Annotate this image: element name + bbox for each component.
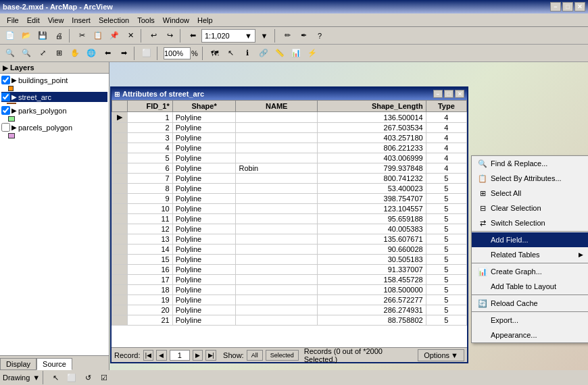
back-nav-btn[interactable]: ⬅ — [100, 47, 115, 60]
ctx-add-table-layout[interactable]: Add Table to Layout — [472, 279, 588, 294]
measure-btn[interactable]: 📏 — [272, 47, 287, 60]
attr-table-container[interactable]: FID_1* Shape* NAME Shape_Length Type ▶ 1… — [112, 100, 467, 347]
layer-item-parcels[interactable]: ▶ parcels_polygon — [1, 122, 107, 132]
menu-edit[interactable]: Edit — [23, 16, 44, 25]
tab-source[interactable]: Source — [36, 358, 72, 370]
row-selector-14[interactable] — [112, 255, 128, 265]
col-header-fid[interactable]: FID_1* — [127, 101, 172, 112]
open-btn[interactable]: 📂 — [19, 29, 34, 43]
ctx-select-all[interactable]: ⊞ Select All — [472, 186, 588, 201]
new-btn[interactable]: 📄 — [3, 29, 18, 43]
zoom-out-btn[interactable]: 🔍 — [19, 47, 34, 60]
nav-next-btn[interactable]: ▶ — [193, 350, 203, 361]
row-selector-2[interactable] — [112, 133, 128, 143]
fwd-nav-btn[interactable]: ➡ — [116, 47, 131, 60]
row-selector-17[interactable] — [112, 285, 128, 295]
zoom-select-btn[interactable]: ⊞ — [51, 47, 66, 60]
sketch-btn[interactable]: ✒ — [296, 29, 311, 43]
menu-help[interactable]: Help — [193, 16, 217, 25]
options-btn[interactable]: Options ▼ — [418, 349, 464, 361]
close-btn[interactable]: ✕ — [574, 2, 585, 11]
menu-insert[interactable]: Insert — [68, 16, 95, 25]
row-selector-20[interactable] — [112, 315, 128, 326]
editor-btn[interactable]: ✏ — [280, 29, 295, 43]
row-selector-10[interactable] — [112, 214, 128, 224]
row-selector-18[interactable] — [112, 295, 128, 305]
row-selector-9[interactable] — [112, 204, 128, 214]
scale-box[interactable]: 1:1,020 ▼ — [201, 29, 255, 43]
row-selector-19[interactable] — [112, 305, 128, 315]
zoom-in-btn[interactable]: 🔍 — [3, 47, 18, 60]
draw-cursor-btn[interactable]: ⬜ — [64, 371, 79, 384]
menu-window[interactable]: Window — [159, 16, 193, 25]
row-selector-5[interactable] — [112, 163, 128, 174]
identify-btn[interactable]: ℹ — [240, 47, 255, 60]
row-selector-7[interactable] — [112, 184, 128, 194]
show-all-btn[interactable]: All — [247, 350, 263, 361]
row-selector-3[interactable] — [112, 143, 128, 153]
col-header-shapelen[interactable]: Shape_Length — [318, 101, 426, 112]
ctx-related-tables[interactable]: Related Tables ▶ — [472, 247, 588, 262]
attr-close-btn[interactable]: ✕ — [455, 90, 464, 98]
layer-item-buildings[interactable]: ▶ buildings_point — [1, 75, 107, 85]
scale-drop[interactable]: ▼ — [257, 29, 272, 43]
light-btn[interactable]: ⚡ — [305, 47, 320, 60]
row-selector-1[interactable] — [112, 123, 128, 133]
nav-last-btn[interactable]: ▶| — [205, 350, 216, 361]
row-selector-6[interactable] — [112, 174, 128, 184]
row-selector-8[interactable] — [112, 194, 128, 204]
undo-btn[interactable]: ↩ — [146, 29, 161, 43]
globe-btn[interactable]: 🌐 — [84, 47, 99, 60]
print-btn[interactable]: 🖨 — [51, 29, 66, 43]
col-header-shape[interactable]: Shape* — [172, 101, 236, 112]
zoom-extent-btn[interactable]: ⤢ — [35, 47, 50, 60]
paste-btn[interactable]: 📌 — [107, 29, 122, 43]
ctx-add-field[interactable]: Add Field... — [472, 232, 588, 247]
chart-btn[interactable]: 📊 — [289, 47, 303, 60]
attr-minimize-btn[interactable]: − — [433, 90, 443, 98]
tab-display[interactable]: Display — [0, 358, 36, 370]
draw-arrow-btn[interactable]: ↖ — [48, 371, 63, 384]
back-btn[interactable]: ⬅ — [185, 29, 200, 43]
delete-btn[interactable]: ✕ — [123, 29, 138, 43]
layer-check-parks[interactable] — [1, 106, 10, 115]
zoom-input[interactable] — [164, 47, 191, 59]
help-btn[interactable]: ? — [312, 29, 327, 43]
menu-view[interactable]: View — [44, 16, 68, 25]
draw-refresh-btn[interactable]: ↺ — [80, 371, 95, 384]
cut-btn[interactable]: ✂ — [74, 29, 89, 43]
minimize-btn[interactable]: − — [550, 2, 561, 11]
col-header-name[interactable]: NAME — [236, 101, 318, 112]
nav-prev-btn[interactable]: ◀ — [156, 350, 167, 361]
maximize-btn[interactable]: □ — [562, 2, 573, 11]
page-input[interactable] — [170, 350, 190, 361]
copy-btn[interactable]: 📋 — [91, 29, 105, 43]
row-selector-11[interactable] — [112, 224, 128, 234]
redo-btn[interactable]: ↪ — [162, 29, 177, 43]
menu-file[interactable]: File — [3, 16, 23, 25]
select-btn[interactable]: ⬜ — [139, 47, 154, 60]
ctx-reload-cache[interactable]: 🔄 Reload Cache — [472, 296, 588, 311]
menu-selection[interactable]: Selection — [95, 16, 133, 25]
pan-btn[interactable]: ✋ — [68, 47, 82, 60]
layer-check-buildings[interactable] — [1, 76, 10, 84]
map-btn[interactable]: 🗺 — [207, 47, 222, 60]
layer-item-street[interactable]: ▶ street_arc — [1, 92, 107, 102]
row-selector-15[interactable] — [112, 265, 128, 275]
show-selected-btn[interactable]: Selected — [266, 350, 299, 361]
ctx-create-graph[interactable]: 📊 Create Graph... — [472, 264, 588, 279]
ctx-find-replace[interactable]: 🔍 Find & Replace... — [472, 156, 588, 171]
layer-check-street[interactable] — [1, 93, 10, 101]
row-selector-12[interactable] — [112, 234, 128, 245]
draw-check-btn[interactable]: ☑ — [97, 371, 112, 384]
ctx-appearance[interactable]: Appearance... — [472, 328, 588, 342]
arrow-tool[interactable]: ↖ — [224, 47, 239, 60]
attr-maximize-btn[interactable]: □ — [444, 90, 454, 98]
row-selector-4[interactable] — [112, 153, 128, 163]
layer-item-parks[interactable]: ▶ parks_polygon — [1, 105, 107, 116]
nav-first-btn[interactable]: |◀ — [143, 350, 154, 361]
menu-tools[interactable]: Tools — [133, 16, 159, 25]
ctx-export[interactable]: Export... — [472, 313, 588, 328]
row-selector-16[interactable] — [112, 275, 128, 285]
col-header-type[interactable]: Type — [426, 101, 466, 112]
